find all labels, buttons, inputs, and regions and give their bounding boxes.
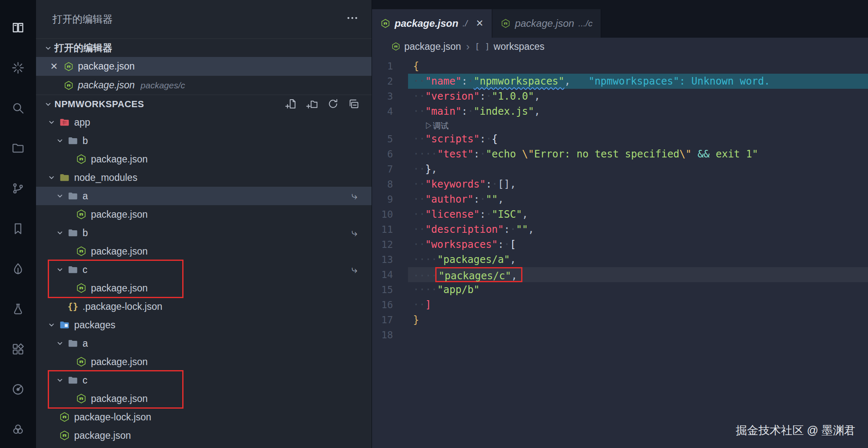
code-line[interactable]: 14····"packages/c", xyxy=(372,267,868,282)
new-file-icon[interactable] xyxy=(285,98,298,111)
search-icon[interactable] xyxy=(6,96,30,120)
code-line[interactable]: 9··"author":·"", xyxy=(372,192,868,207)
beaker-icon[interactable] xyxy=(6,297,30,321)
tree-item-node-modules[interactable]: node_modules xyxy=(36,168,372,187)
bookmark-icon[interactable] xyxy=(6,217,30,240)
folder-icon xyxy=(67,338,79,349)
tree-item-package-json[interactable]: package.json xyxy=(36,205,372,224)
chevron-down-icon[interactable] xyxy=(53,136,67,145)
code-line[interactable]: 1{ xyxy=(372,59,868,74)
code-line[interactable]: 8··"keywords":·[], xyxy=(372,177,868,192)
code-line[interactable]: 16··] xyxy=(372,297,868,312)
extensions-icon[interactable] xyxy=(6,337,30,361)
more-actions-icon[interactable] xyxy=(346,11,359,27)
code-line[interactable]: 10··"license":·"ISC", xyxy=(372,207,868,222)
chevron-down-icon[interactable] xyxy=(53,339,67,348)
tab-label: package.json xyxy=(515,18,574,29)
tab-package-json-c[interactable]: package.json .../c xyxy=(492,9,601,38)
tree-item-packages[interactable]: packages xyxy=(36,316,372,334)
code-line[interactable]: 6····"test":·"echo \"Error: no test spec… xyxy=(372,147,868,162)
tree-item-package-json[interactable]: package.json xyxy=(36,353,372,371)
tree-item-package-lock-json[interactable]: {}.package-lock.json xyxy=(36,297,372,316)
chevron-down-icon[interactable] xyxy=(42,44,54,52)
line-number: 18 xyxy=(372,327,408,342)
book-icon[interactable] xyxy=(6,16,30,39)
tree-item-package-json[interactable]: package.json xyxy=(36,426,372,445)
tree-item-label: package.json xyxy=(91,393,148,404)
code-line[interactable]: 15····"app/b" xyxy=(372,282,868,297)
tree-item-a[interactable]: a⤷ xyxy=(36,187,372,205)
chevron-down-icon[interactable] xyxy=(42,100,54,108)
chevron-down-icon[interactable] xyxy=(44,173,59,182)
tree-item-c[interactable]: c xyxy=(36,371,372,389)
folder-icon[interactable] xyxy=(6,136,30,160)
refresh-icon[interactable] xyxy=(327,98,340,111)
code-line[interactable]: 17} xyxy=(372,312,868,327)
source-control-icon[interactable] xyxy=(6,177,30,200)
code-line[interactable]: 2··"name":·"npmworkspaces","npmworkspace… xyxy=(372,74,868,89)
tree-item-b[interactable]: b⤷ xyxy=(36,224,372,242)
brackets-icon: [ ] xyxy=(475,41,490,51)
line-number: 13 xyxy=(372,252,408,267)
tree-item-label: .package-lock.json xyxy=(83,301,163,312)
workspace-section-header[interactable]: NPMWORKSPACES xyxy=(36,95,372,113)
collapse-all-icon[interactable] xyxy=(348,98,361,111)
line-number: 16 xyxy=(372,297,408,312)
code-line-content: ··"license":·"ISC", xyxy=(408,207,868,222)
code-line[interactable]: 13····"packages/a", xyxy=(372,252,868,267)
tree-item-c[interactable]: c⤷ xyxy=(36,260,372,279)
tree-item-label: package.json xyxy=(74,430,131,441)
code-line[interactable]: 12··"workspaces":·[ xyxy=(372,237,868,252)
tree-item-label: packages xyxy=(74,319,115,331)
tree-item-package-json[interactable]: package.json xyxy=(36,150,372,168)
npm-file-icon xyxy=(59,430,70,441)
open-editor-item-package-json-c[interactable]: package.json packages/c xyxy=(36,76,372,95)
workspace-actions xyxy=(285,98,361,111)
sparkle-icon[interactable] xyxy=(6,56,30,80)
tree-item-package-json[interactable]: package.json xyxy=(36,242,372,260)
code-line[interactable]: 11··"description":·"", xyxy=(372,222,868,237)
code-line[interactable]: 3··"version":·"1.0.0", xyxy=(372,89,868,104)
tree-item-label: package.json xyxy=(91,356,148,368)
network-icon[interactable] xyxy=(6,378,30,401)
chevron-down-icon[interactable] xyxy=(53,376,67,384)
breadcrumb-item-file[interactable]: package.json xyxy=(391,41,461,52)
sidebar: 打开的编辑器 打开的编辑器 ✕ package.json package.jso… xyxy=(36,0,372,448)
codelens-debug-action[interactable]: ▷调试 xyxy=(425,121,449,130)
folder-icon xyxy=(67,375,79,386)
code-line[interactable]: 18 xyxy=(372,327,868,342)
close-icon[interactable]: ✕ xyxy=(49,61,59,72)
breadcrumb: package.json › [ ] workspaces xyxy=(372,38,868,55)
line-number: 7 xyxy=(372,162,408,177)
tab-package-json-root[interactable]: package.json ./ ✕ xyxy=(372,9,492,38)
chevron-down-icon[interactable] xyxy=(53,265,67,274)
tree-item-package-lock-json[interactable]: package-lock.json xyxy=(36,408,372,426)
open-editor-item-package-json[interactable]: ✕ package.json xyxy=(36,57,372,76)
npm-file-icon xyxy=(380,18,390,28)
new-folder-icon[interactable] xyxy=(306,98,319,111)
leaf-icon[interactable] xyxy=(6,257,30,281)
line-number: 15 xyxy=(372,282,408,297)
chevron-down-icon[interactable] xyxy=(44,118,59,126)
tree-item-app[interactable]: app xyxy=(36,113,372,131)
code-line[interactable]: 4··"main":·"index.js", xyxy=(372,104,868,119)
code-line[interactable]: 5··"scripts":·{ xyxy=(372,131,868,147)
close-icon[interactable]: ✕ xyxy=(476,18,483,29)
codelens-line[interactable]: ▷调试 xyxy=(372,119,868,131)
breadcrumb-item-symbol[interactable]: [ ] workspaces xyxy=(475,41,545,52)
knot-icon[interactable] xyxy=(6,418,30,441)
tree-item-a[interactable]: a xyxy=(36,334,372,353)
code-line[interactable]: 7··}, xyxy=(372,162,868,177)
tree-item-package-json[interactable]: package.json xyxy=(36,279,372,297)
line-number: 8 xyxy=(372,177,408,192)
chevron-down-icon[interactable] xyxy=(44,321,59,329)
chevron-down-icon[interactable] xyxy=(53,229,67,237)
tree-item-label: app xyxy=(74,117,90,128)
tree-item-label: package.json xyxy=(91,209,148,220)
open-editors-section-header[interactable]: 打开的编辑器 xyxy=(36,39,372,57)
chevron-down-icon[interactable] xyxy=(53,192,67,200)
npm-file-icon xyxy=(59,412,70,422)
tree-item-b[interactable]: b xyxy=(36,131,372,150)
tree-item-package-json[interactable]: package.json xyxy=(36,389,372,408)
folder-icon xyxy=(59,117,70,128)
